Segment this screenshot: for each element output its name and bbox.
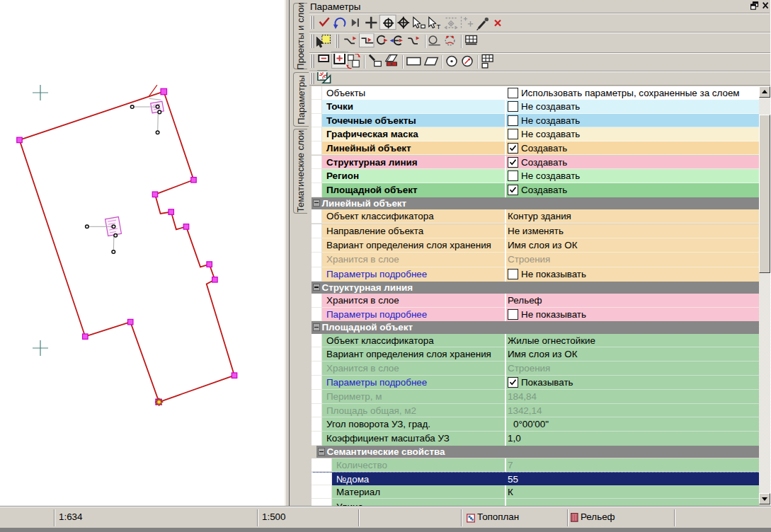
svg-text:T: T (437, 23, 441, 30)
